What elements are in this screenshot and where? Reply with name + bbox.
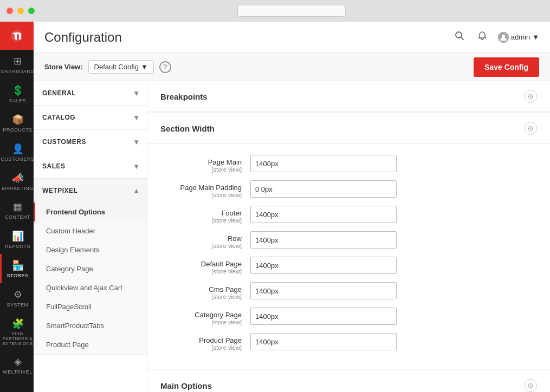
sidebar-label-reports: REPORTS bbox=[5, 244, 30, 250]
field-input-row[interactable] bbox=[250, 231, 397, 249]
sidebar-item-find[interactable]: 🧩 FIND PARTNERS & EXTENSIONS bbox=[0, 312, 34, 350]
avatar bbox=[498, 32, 509, 43]
config-section-title-section-width: Section Width bbox=[160, 124, 215, 133]
sidebar-item-marketing[interactable]: 📣 MARKETING bbox=[0, 167, 34, 196]
nav-section-header-wetpixel[interactable]: WETPIXEL ▴ bbox=[34, 179, 147, 202]
toolbar: Store View: Default Config ▼ ? Save Conf… bbox=[34, 53, 550, 81]
chevron-icon: ⊙ bbox=[528, 382, 533, 389]
field-label-row: Row [store view] bbox=[164, 231, 250, 249]
sidebar-item-stores[interactable]: 🏪 STORES bbox=[0, 254, 34, 283]
sidebar-item-customers[interactable]: 👤 CUSTOMERS bbox=[0, 138, 34, 167]
nav-sub-item-label-design-elements: Design Elements bbox=[46, 246, 99, 254]
admin-menu-button[interactable]: admin ▼ bbox=[498, 32, 539, 43]
notifications-button[interactable] bbox=[475, 29, 489, 45]
nav-section-general: GENERAL ▾ bbox=[34, 81, 147, 106]
right-content: Breakpoints ⊙ Section Width ⊙ bbox=[147, 81, 550, 392]
close-dot[interactable] bbox=[7, 8, 13, 14]
nav-sub-item-frontend[interactable]: Frontend Options bbox=[34, 202, 147, 221]
config-section-header-section-width[interactable]: Section Width ⊙ bbox=[147, 113, 550, 144]
collapse-section-width-button[interactable]: ⊙ bbox=[524, 122, 537, 135]
chevron-down-icon: ▾ bbox=[134, 89, 139, 97]
nav-section-header-general[interactable]: GENERAL ▾ bbox=[34, 81, 147, 105]
products-icon: 📦 bbox=[12, 114, 24, 126]
chevron-up-icon: ▴ bbox=[134, 186, 139, 195]
nav-sub-item-design-elements[interactable]: Design Elements bbox=[34, 240, 147, 259]
sidebar-item-system[interactable]: ⚙ SYSTEM bbox=[0, 283, 34, 312]
sidebar-label-customers: CUSTOMERS bbox=[1, 157, 34, 162]
search-button[interactable] bbox=[452, 29, 467, 45]
sidebar-item-content[interactable]: ▦ CONTENT bbox=[0, 195, 34, 225]
config-section-header-main-options[interactable]: Main Options ⊙ bbox=[147, 370, 550, 392]
sidebar-item-reports[interactable]: 📊 REPORTS bbox=[0, 225, 34, 254]
nav-section-sales: SALES ▾ bbox=[34, 154, 147, 179]
field-label-footer: Footer [store view] bbox=[164, 206, 250, 224]
field-row-cms-page: Cms Page [store view] bbox=[164, 282, 534, 300]
top-header: Configuration bbox=[34, 22, 550, 53]
nav-sub-item-custom-header[interactable]: Custom Header bbox=[34, 221, 147, 240]
field-input-category-page[interactable] bbox=[250, 308, 397, 325]
system-icon: ⚙ bbox=[14, 289, 22, 300]
nav-sub-item-label-category-page: Category Page bbox=[46, 265, 93, 273]
config-section-header-breakpoints[interactable]: Breakpoints ⊙ bbox=[147, 81, 550, 112]
field-label-page-main-padding: Page Main Padding [store view] bbox=[164, 180, 250, 198]
field-row-category-page: Category Page [store view] bbox=[164, 308, 534, 325]
address-bar bbox=[237, 5, 346, 17]
sidebar-label-stores: STORES bbox=[7, 273, 29, 279]
content-area: Configuration bbox=[34, 22, 550, 392]
sidebar-label-content: CONTENT bbox=[5, 215, 30, 220]
page-title: Configuration bbox=[44, 30, 122, 45]
header-actions: admin ▼ bbox=[452, 29, 539, 45]
save-config-button[interactable]: Save Config bbox=[474, 57, 539, 77]
field-sublabel-page-main: [store view] bbox=[164, 166, 242, 173]
nav-sub-item-label-smartproducttabs: SmartProductTabs bbox=[46, 322, 104, 330]
nav-sub-item-smartproducttabs[interactable]: SmartProductTabs bbox=[34, 316, 147, 335]
field-input-page-main-padding[interactable] bbox=[250, 180, 397, 198]
window-bar bbox=[0, 0, 550, 22]
content-icon: ▦ bbox=[13, 201, 22, 213]
store-view-select[interactable]: Default Config ▼ bbox=[88, 60, 154, 74]
nav-sub-item-category-page[interactable]: Category Page bbox=[34, 259, 147, 278]
field-row-product-page: Product Page [store view] bbox=[164, 333, 534, 351]
collapse-breakpoints-button[interactable]: ⊙ bbox=[524, 90, 537, 103]
minimize-dot[interactable] bbox=[17, 8, 24, 14]
section-width-body: Page Main [store view] Page Main Padding… bbox=[147, 144, 550, 369]
chevron-icon: ⊙ bbox=[528, 125, 533, 132]
sidebar-label-system: SYSTEM bbox=[7, 303, 28, 308]
config-section-title-main-options: Main Options bbox=[160, 381, 212, 390]
sidebar-label-dashboard: DASHBOARD bbox=[1, 69, 34, 75]
nav-section-header-sales[interactable]: SALES ▾ bbox=[34, 154, 147, 178]
sidebar-item-weltpixel[interactable]: ◈ WELTPIXEL bbox=[0, 350, 34, 380]
field-input-default-page[interactable] bbox=[250, 257, 397, 274]
marketing-icon: 📣 bbox=[12, 172, 24, 184]
sidebar-label-products: PRODUCTS bbox=[3, 128, 33, 133]
sidebar-item-products[interactable]: 📦 PRODUCTS bbox=[0, 108, 34, 138]
collapse-main-options-button[interactable]: ⊙ bbox=[524, 379, 537, 392]
sales-icon: 💲 bbox=[12, 84, 24, 96]
reports-icon: 📊 bbox=[12, 230, 24, 242]
nav-section-header-catalog[interactable]: CATALOG ▾ bbox=[34, 106, 147, 129]
field-input-product-page[interactable] bbox=[250, 333, 397, 350]
maximize-dot[interactable] bbox=[28, 8, 35, 14]
dashboard-icon: ⊞ bbox=[14, 55, 22, 67]
chevron-down-icon: ▾ bbox=[134, 138, 139, 146]
field-row-page-main: Page Main [store view] bbox=[164, 155, 534, 173]
sidebar-item-dashboard[interactable]: ⊞ DASHBOARD bbox=[0, 50, 34, 79]
nav-sub-item-label-frontend: Frontend Options bbox=[46, 208, 105, 216]
admin-label: admin bbox=[511, 33, 530, 41]
field-row-page-main-padding: Page Main Padding [store view] bbox=[164, 180, 534, 198]
config-section-main-options: Main Options ⊙ bbox=[147, 370, 550, 392]
nav-sub-item-fullpagescroll[interactable]: FullPageScroll bbox=[34, 297, 147, 316]
field-input-page-main[interactable] bbox=[250, 155, 397, 172]
help-button[interactable]: ? bbox=[159, 61, 171, 73]
nav-sub-item-quickview[interactable]: Quickview and Ajax Cart bbox=[34, 278, 147, 297]
nav-section-header-customers[interactable]: CUSTOMERS ▾ bbox=[34, 130, 147, 154]
field-input-footer[interactable] bbox=[250, 206, 397, 223]
field-row-footer: Footer [store view] bbox=[164, 206, 534, 224]
nav-sub-item-product-page[interactable]: Product Page bbox=[34, 335, 147, 354]
sidebar-item-sales[interactable]: 💲 SALES bbox=[0, 79, 34, 108]
field-input-cms-page[interactable] bbox=[250, 282, 397, 299]
nav-sub-item-label-fullpagescroll: FullPageScroll bbox=[46, 303, 92, 311]
sidebar-label-find: FIND PARTNERS & EXTENSIONS bbox=[2, 332, 33, 346]
bell-icon bbox=[477, 31, 487, 41]
nav-sub-item-label-custom-header: Custom Header bbox=[46, 227, 95, 235]
